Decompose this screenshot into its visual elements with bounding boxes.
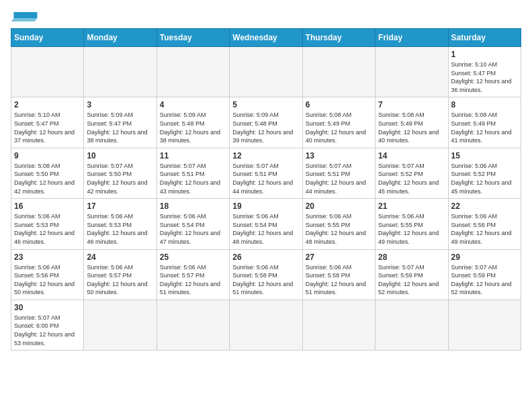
weekday-header: Monday: [84, 29, 157, 47]
calendar-row: 9Sunrise: 5:08 AMSunset: 5:50 PMDaylight…: [11, 148, 521, 198]
calendar-row: 30Sunrise: 5:07 AMSunset: 6:00 PMDayligh…: [11, 300, 521, 350]
calendar-cell: 25Sunrise: 5:06 AMSunset: 5:57 PMDayligh…: [157, 249, 229, 300]
weekday-header: Saturday: [448, 29, 521, 47]
day-number: 16: [14, 201, 81, 211]
page-header: [11, 11, 521, 21]
day-info: Sunrise: 5:06 AMSunset: 5:58 PMDaylight:…: [306, 263, 372, 297]
day-number: 3: [87, 100, 153, 109]
day-number: 29: [451, 253, 518, 262]
calendar-row: 16Sunrise: 5:06 AMSunset: 5:53 PMDayligh…: [11, 199, 521, 249]
calendar-cell: 15Sunrise: 5:06 AMSunset: 5:52 PMDayligh…: [448, 148, 521, 198]
calendar-cell: 4Sunrise: 5:09 AMSunset: 5:48 PMDaylight…: [157, 97, 229, 148]
day-number: 27: [306, 253, 372, 262]
day-info: Sunrise: 5:08 AMSunset: 5:49 PMDaylight:…: [451, 111, 518, 144]
calendar-cell: [375, 47, 448, 97]
calendar-cell: 12Sunrise: 5:07 AMSunset: 5:51 PMDayligh…: [230, 148, 302, 198]
logo-icon: [11, 12, 38, 21]
calendar-cell: 6Sunrise: 5:08 AMSunset: 5:49 PMDaylight…: [302, 97, 375, 148]
day-number: 8: [451, 100, 518, 109]
day-number: 6: [306, 100, 372, 109]
calendar-cell: 22Sunrise: 5:06 AMSunset: 5:56 PMDayligh…: [448, 199, 521, 249]
day-number: 5: [232, 100, 299, 109]
calendar-cell: [230, 47, 302, 97]
day-number: 1: [451, 50, 518, 59]
day-info: Sunrise: 5:09 AMSunset: 5:48 PMDaylight:…: [232, 111, 299, 144]
day-number: 13: [306, 151, 372, 161]
weekday-header: Sunday: [11, 29, 84, 47]
calendar-cell: 18Sunrise: 5:06 AMSunset: 5:54 PMDayligh…: [157, 199, 229, 249]
day-info: Sunrise: 5:07 AMSunset: 5:51 PMDaylight:…: [306, 162, 372, 195]
day-number: 22: [451, 201, 518, 211]
day-info: Sunrise: 5:08 AMSunset: 5:50 PMDaylight:…: [14, 162, 81, 195]
day-info: Sunrise: 5:06 AMSunset: 5:58 PMDaylight:…: [232, 263, 299, 297]
calendar-cell: 27Sunrise: 5:06 AMSunset: 5:58 PMDayligh…: [302, 249, 375, 300]
calendar-cell: 2Sunrise: 5:10 AMSunset: 5:47 PMDaylight…: [11, 97, 84, 148]
calendar-row: 1Sunrise: 5:10 AMSunset: 5:47 PMDaylight…: [11, 47, 521, 97]
day-number: 26: [232, 253, 299, 262]
day-number: 21: [378, 201, 445, 211]
day-info: Sunrise: 5:06 AMSunset: 5:57 PMDaylight:…: [87, 263, 153, 297]
weekday-header: Friday: [375, 29, 448, 47]
day-number: 9: [14, 151, 81, 161]
calendar-cell: [302, 300, 375, 350]
calendar-cell: 8Sunrise: 5:08 AMSunset: 5:49 PMDaylight…: [448, 97, 521, 148]
calendar-cell: [375, 300, 448, 350]
calendar-cell: [157, 47, 229, 97]
calendar-cell: 10Sunrise: 5:07 AMSunset: 5:50 PMDayligh…: [84, 148, 157, 198]
calendar-cell: 26Sunrise: 5:06 AMSunset: 5:58 PMDayligh…: [230, 249, 302, 300]
calendar-cell: 13Sunrise: 5:07 AMSunset: 5:51 PMDayligh…: [302, 148, 375, 198]
calendar-cell: [302, 47, 375, 97]
weekday-header: Tuesday: [157, 29, 229, 47]
day-info: Sunrise: 5:08 AMSunset: 5:49 PMDaylight:…: [378, 111, 445, 144]
calendar-cell: [84, 300, 157, 350]
day-number: 19: [232, 201, 299, 211]
logo: [11, 11, 38, 21]
calendar-cell: 23Sunrise: 5:06 AMSunset: 5:56 PMDayligh…: [11, 249, 84, 300]
weekday-header: Wednesday: [230, 29, 302, 47]
day-number: 20: [306, 201, 372, 211]
day-info: Sunrise: 5:07 AMSunset: 5:51 PMDaylight:…: [160, 162, 226, 195]
calendar-cell: [11, 47, 84, 97]
svg-marker-1: [11, 18, 38, 21]
day-info: Sunrise: 5:06 AMSunset: 5:56 PMDaylight:…: [451, 212, 518, 246]
day-info: Sunrise: 5:07 AMSunset: 5:59 PMDaylight:…: [451, 263, 518, 297]
day-info: Sunrise: 5:06 AMSunset: 5:55 PMDaylight:…: [306, 212, 372, 246]
day-number: 12: [232, 151, 299, 161]
weekday-header: Thursday: [302, 29, 375, 47]
day-info: Sunrise: 5:06 AMSunset: 5:57 PMDaylight:…: [160, 263, 226, 297]
day-info: Sunrise: 5:06 AMSunset: 5:54 PMDaylight:…: [232, 212, 299, 246]
day-number: 11: [160, 151, 226, 161]
day-info: Sunrise: 5:06 AMSunset: 5:53 PMDaylight:…: [87, 212, 153, 246]
calendar-row: 23Sunrise: 5:06 AMSunset: 5:56 PMDayligh…: [11, 249, 521, 300]
day-number: 30: [14, 303, 81, 312]
day-info: Sunrise: 5:06 AMSunset: 5:52 PMDaylight:…: [451, 162, 518, 195]
day-info: Sunrise: 5:07 AMSunset: 5:52 PMDaylight:…: [378, 162, 445, 195]
day-number: 7: [378, 100, 445, 109]
calendar-table: SundayMondayTuesdayWednesdayThursdayFrid…: [11, 28, 521, 351]
day-number: 24: [87, 253, 153, 262]
calendar-cell: 1Sunrise: 5:10 AMSunset: 5:47 PMDaylight…: [448, 47, 521, 97]
day-number: 28: [378, 253, 445, 262]
day-info: Sunrise: 5:10 AMSunset: 5:47 PMDaylight:…: [14, 111, 81, 144]
day-info: Sunrise: 5:06 AMSunset: 5:53 PMDaylight:…: [14, 212, 81, 246]
calendar-cell: [157, 300, 229, 350]
day-number: 15: [451, 151, 518, 161]
day-info: Sunrise: 5:07 AMSunset: 5:50 PMDaylight:…: [87, 162, 153, 195]
calendar-cell: 5Sunrise: 5:09 AMSunset: 5:48 PMDaylight…: [230, 97, 302, 148]
day-number: 10: [87, 151, 153, 161]
day-number: 4: [160, 100, 226, 109]
day-info: Sunrise: 5:07 AMSunset: 6:00 PMDaylight:…: [14, 314, 81, 347]
day-info: Sunrise: 5:06 AMSunset: 5:54 PMDaylight:…: [160, 212, 226, 246]
calendar-cell: 3Sunrise: 5:09 AMSunset: 5:47 PMDaylight…: [84, 97, 157, 148]
calendar-cell: 19Sunrise: 5:06 AMSunset: 5:54 PMDayligh…: [230, 199, 302, 249]
svg-marker-0: [13, 12, 37, 18]
calendar-cell: 17Sunrise: 5:06 AMSunset: 5:53 PMDayligh…: [84, 199, 157, 249]
day-info: Sunrise: 5:09 AMSunset: 5:47 PMDaylight:…: [87, 111, 153, 144]
day-info: Sunrise: 5:09 AMSunset: 5:48 PMDaylight:…: [160, 111, 226, 144]
calendar-cell: 24Sunrise: 5:06 AMSunset: 5:57 PMDayligh…: [84, 249, 157, 300]
calendar-cell: [230, 300, 302, 350]
calendar-cell: 11Sunrise: 5:07 AMSunset: 5:51 PMDayligh…: [157, 148, 229, 198]
calendar-cell: 7Sunrise: 5:08 AMSunset: 5:49 PMDaylight…: [375, 97, 448, 148]
day-number: 25: [160, 253, 226, 262]
calendar-cell: 20Sunrise: 5:06 AMSunset: 5:55 PMDayligh…: [302, 199, 375, 249]
